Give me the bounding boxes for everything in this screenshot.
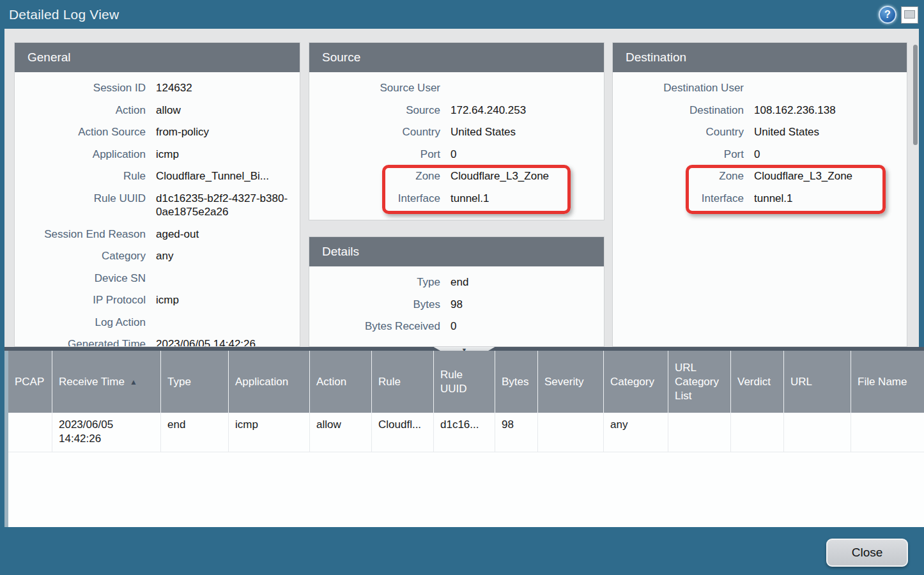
details-panel: Details Typeend Bytes98 Bytes Received0 — [309, 236, 604, 347]
field-row-destination-country: CountryUnited States — [613, 125, 907, 148]
source-zone-interface-highlight — [382, 165, 571, 214]
field-row-source: Source172.64.240.253 — [309, 103, 604, 126]
column-header-url-category-list[interactable]: URL Category List — [668, 351, 731, 413]
general-panel: General Session ID124632 Actionallow Act… — [14, 42, 300, 347]
log-table-header: PCAP Receive Time▲ Type Application Acti… — [8, 351, 924, 413]
field-row-source-user: Source User — [309, 81, 604, 103]
maximize-icon[interactable] — [901, 6, 918, 24]
field-row-action-source: Action Sourcefrom-policy — [15, 125, 300, 148]
table-row[interactable]: 2023/06/05 14:42:26 end icmp allow Cloud… — [8, 413, 924, 452]
field-row-generated-time: Generated Time2023/06/05 14:42:26 — [15, 337, 300, 347]
cell-rule-uuid: d1c16... — [434, 413, 495, 452]
column-header-application[interactable]: Application — [229, 351, 310, 413]
details-panel-title: Details — [322, 245, 359, 259]
general-panel-header: General — [15, 43, 300, 72]
column-header-type[interactable]: Type — [161, 351, 229, 413]
column-header-pcap[interactable]: PCAP — [8, 351, 52, 413]
sort-asc-icon: ▲ — [130, 375, 137, 389]
close-button[interactable]: Close — [826, 539, 908, 567]
field-row-session-id: Session ID124632 — [15, 81, 300, 103]
field-row-destination: Destination108.162.236.138 — [613, 103, 907, 126]
column-header-file-name[interactable]: File Name — [851, 351, 924, 413]
column-header-severity[interactable]: Severity — [538, 351, 604, 413]
field-row-bytes: Bytes98 — [309, 298, 604, 320]
cell-application: icmp — [229, 413, 310, 452]
field-row-ip-protocol: IP Protocolicmp — [15, 293, 300, 316]
cell-receive-time: 2023/06/05 14:42:26 — [52, 413, 161, 452]
column-header-url[interactable]: URL — [784, 351, 851, 413]
help-icon[interactable]: ? — [879, 6, 897, 24]
field-row-session-end-reason: Session End Reasonaged-out — [15, 227, 300, 250]
details-panel-body: Typeend Bytes98 Bytes Received0 — [309, 266, 604, 342]
log-table: PCAP Receive Time▲ Type Application Acti… — [8, 351, 924, 452]
cell-verdict — [731, 413, 784, 452]
log-table-area: PCAP Receive Time▲ Type Application Acti… — [4, 351, 924, 527]
vertical-scrollbar-thumb[interactable] — [913, 45, 918, 145]
general-panel-body: Session ID124632 Actionallow Action Sour… — [15, 72, 300, 347]
details-panel-header: Details — [309, 237, 604, 266]
field-row-action: Actionallow — [15, 103, 300, 126]
field-row-rule: RuleCloudflare_Tunnel_Bi... — [15, 169, 300, 192]
cell-severity — [538, 413, 604, 452]
column-header-receive-time[interactable]: Receive Time▲ — [52, 351, 161, 413]
cell-pcap — [8, 413, 52, 452]
cell-bytes: 98 — [495, 413, 538, 452]
cell-category: any — [604, 413, 668, 452]
destination-panel-header: Destination — [613, 43, 907, 72]
detailed-log-view-dialog: Detailed Log View ? General Session ID12… — [0, 0, 924, 575]
field-row-category: Categoryany — [15, 249, 300, 272]
cell-url-category-list — [668, 413, 731, 452]
column-header-action[interactable]: Action — [310, 351, 372, 413]
maximize-icon-inner — [904, 10, 915, 19]
field-row-device-sn: Device SN — [15, 272, 300, 294]
field-row-destination-user: Destination User — [613, 81, 907, 103]
cell-file-name — [851, 413, 924, 452]
field-row-application: Applicationicmp — [15, 148, 300, 170]
field-row-source-country: CountryUnited States — [309, 125, 604, 148]
column-header-rule[interactable]: Rule — [372, 351, 434, 413]
field-row-bytes-received: Bytes Received0 — [309, 319, 604, 342]
dialog-footer: Close — [0, 527, 924, 575]
cell-rule: Cloudfl... — [372, 413, 434, 452]
dialog-title: Detailed Log View — [9, 7, 119, 22]
source-panel-header: Source — [309, 43, 604, 72]
destination-panel-title: Destination — [626, 50, 686, 65]
field-row-rule-uuid: Rule UUIDd1c16235-b2f2-4327-b380-0ae1875… — [15, 192, 300, 227]
column-header-rule-uuid[interactable]: Rule UUID — [434, 351, 495, 413]
column-header-category[interactable]: Category — [604, 351, 668, 413]
table-left-strip — [4, 351, 8, 527]
cell-url — [784, 413, 851, 452]
source-panel-title: Source — [322, 50, 360, 65]
destination-zone-interface-highlight — [686, 165, 886, 214]
titlebar: Detailed Log View ? — [0, 0, 924, 29]
column-header-verdict[interactable]: Verdict — [731, 351, 784, 413]
column-header-bytes[interactable]: Bytes — [495, 351, 538, 413]
field-row-type: Typeend — [309, 275, 604, 298]
general-panel-title: General — [27, 50, 71, 65]
cell-action: allow — [310, 413, 372, 452]
field-row-log-action: Log Action — [15, 316, 300, 338]
cell-type: end — [161, 413, 229, 452]
titlebar-icons: ? — [879, 6, 918, 24]
